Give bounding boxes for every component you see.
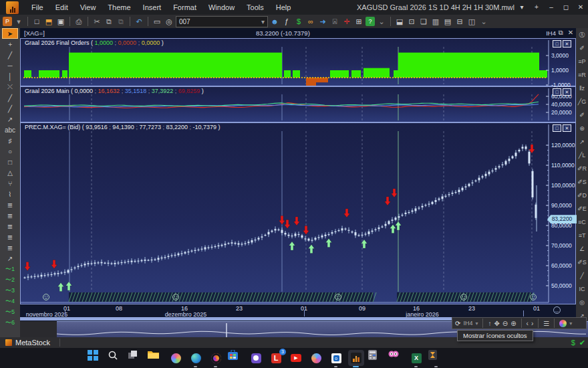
pan-icon[interactable]: ✥ [494, 320, 499, 327]
taskbar-youtube-icon[interactable]: ▶ [288, 350, 304, 366]
taskbar-owl-icon[interactable] [388, 350, 404, 366]
draw-tool-7[interactable]: ╱ [2, 103, 18, 114]
close-button[interactable]: ✕ [573, 0, 588, 15]
paste-icon[interactable]: ⧉ [116, 15, 126, 27]
taskbar-edge-icon[interactable] [188, 350, 204, 366]
panel-price-chart[interactable]: PREC.M.XAG= (Bid) ( 93,9516 ; 94,1390 ; … [20, 122, 576, 304]
panel-graal-main[interactable]: Graal 2026 Main ( 0,0000 ; 16,1632 ; 35,… [20, 86, 576, 122]
taskbar-copilot-icon[interactable] [168, 350, 184, 366]
side-tool-6[interactable]: ✐ [577, 108, 587, 122]
taskbar-hourglass-icon[interactable] [428, 350, 444, 366]
taskbar-start-icon[interactable] [88, 350, 104, 366]
palette-dropdown-icon[interactable]: ▾ [569, 320, 572, 327]
side-tool-8[interactable]: ↗ [577, 135, 587, 149]
menu-window[interactable]: Window [202, 0, 241, 15]
draw-tool-17[interactable]: ≣ [2, 210, 18, 221]
tile-horizontal-icon[interactable]: ▤ [442, 15, 453, 27]
split-icon[interactable]: ⊟ [454, 15, 465, 27]
draw-tool-19[interactable]: ≣ [2, 232, 18, 242]
taskbar-metastock-icon[interactable] [348, 350, 364, 366]
maximize-button[interactable]: ◻ [559, 0, 573, 15]
draw-tool-16[interactable]: ≣ [2, 199, 18, 210]
draw-tool-14[interactable]: ⑂ [2, 178, 18, 189]
side-tool-10[interactable]: ✐R [577, 162, 587, 175]
menu-theme[interactable]: Theme [102, 0, 136, 15]
draw-tool-25[interactable]: 〜4 [2, 296, 18, 306]
draw-tool-23[interactable]: 〜2 [2, 274, 18, 285]
panel-close-icon[interactable]: ✕ [563, 88, 571, 96]
draw-tool-24[interactable]: 〜3 [2, 285, 18, 296]
side-tool-16[interactable]: ∠ [577, 242, 587, 256]
taskbar-taskview-icon[interactable] [128, 350, 144, 366]
indicator-builder-icon[interactable]: ƒ [281, 15, 292, 27]
symbol-dropdown-icon[interactable]: ▾ [261, 18, 265, 25]
cascade-icon[interactable]: ❏ [418, 15, 429, 27]
panel-close-icon[interactable]: ✕ [563, 124, 571, 132]
draw-tool-3[interactable]: ─ [2, 60, 18, 71]
minimize-button[interactable]: – [544, 0, 559, 15]
draw-tool-9[interactable]: abc [2, 124, 18, 135]
taskbar-store-icon[interactable] [228, 350, 244, 366]
powerconsole-icon[interactable]: P [3, 17, 12, 26]
side-tool-11[interactable]: ✐S [577, 175, 587, 189]
side-tool-4[interactable]: ‖z [577, 82, 587, 95]
side-tool-7[interactable]: ⊛ [577, 122, 587, 135]
open-icon[interactable]: ⬒ [43, 15, 54, 27]
refresh-icon[interactable]: ⟳ [455, 320, 460, 327]
menu-insert[interactable]: Insert [137, 0, 168, 15]
side-tool-5[interactable]: ╱G [577, 95, 587, 108]
save-icon[interactable]: ▣ [55, 15, 66, 27]
menu-tools[interactable]: Tools [241, 0, 270, 15]
downloader-icon[interactable]: ⍓ [329, 15, 340, 27]
draw-tool-20[interactable]: ≣ [2, 242, 18, 253]
explorer-icon[interactable]: ☻ [269, 15, 280, 27]
draw-tool-13[interactable]: △ [2, 167, 18, 178]
draw-tool-12[interactable]: □ [2, 157, 18, 167]
taskbar-outlook-icon[interactable]: o [328, 350, 344, 366]
zoom-out-icon[interactable]: ⊖ [502, 320, 508, 327]
undo-icon[interactable]: ↶ [134, 15, 144, 27]
menu-format[interactable]: Format [167, 0, 202, 15]
expert-advisor-icon[interactable]: $ [293, 15, 304, 27]
side-tool-15[interactable]: ≡T [577, 229, 587, 242]
add-window-button[interactable]: + [529, 0, 544, 15]
draw-tool-8[interactable]: ↗ [2, 114, 18, 124]
side-tool-17[interactable]: ✐S [577, 256, 587, 269]
tile-vertical-icon[interactable]: ▥ [430, 15, 441, 27]
taskbar-calculator-icon[interactable] [368, 350, 384, 366]
taskbar-loop-icon[interactable]: L3 [268, 350, 284, 366]
print-icon[interactable]: ⎙ [74, 15, 84, 27]
columns-icon[interactable]: ◫ [466, 15, 477, 27]
side-tool-2[interactable]: ≡P [577, 55, 587, 68]
timeframe-selector[interactable]: IH4 [463, 320, 472, 327]
side-tool-3[interactable]: ≡R [577, 68, 587, 82]
panel-final-orders[interactable]: Graal 2026 Final Orders ( 1,0000 ; 0,000… [20, 38, 576, 86]
scroll-up-icon[interactable]: ↑ [488, 320, 491, 327]
draw-tool-0[interactable]: ➤ [2, 28, 18, 39]
system-tester-icon[interactable]: ✛ [341, 15, 352, 27]
menu-file[interactable]: File [25, 0, 49, 15]
binoculars-icon[interactable]: ∞ [305, 15, 316, 27]
screen-icon[interactable]: ▭ [152, 15, 162, 27]
more-icon[interactable]: ⌄ [376, 15, 387, 27]
side-tool-19[interactable]: IC [577, 282, 587, 296]
list-icon[interactable]: ☰ [543, 320, 549, 327]
panel-close-icon[interactable]: ✕ [563, 40, 571, 48]
side-tool-18[interactable]: ╱ [577, 269, 587, 282]
menu-help[interactable]: Help [270, 0, 297, 15]
symbol-input[interactable]: 007▾ [176, 16, 268, 27]
panel-maximize-icon[interactable]: □ [553, 124, 561, 132]
panel-maximize-icon[interactable]: □ [553, 88, 561, 96]
draw-tool-1[interactable]: ＋ [2, 39, 18, 50]
zoom-in-icon[interactable]: ⊕ [510, 320, 516, 327]
draw-tool-21[interactable]: ↗ [2, 253, 18, 264]
side-tool-14[interactable]: ≡C [577, 215, 587, 229]
draw-tool-27[interactable]: 〜6 [2, 317, 18, 328]
zoom-search-icon[interactable]: ◎ [164, 15, 174, 27]
quotes-icon[interactable]: ⊞ [353, 15, 364, 27]
side-tool-20[interactable]: ◎ [577, 296, 587, 309]
panel-maximize-icon[interactable]: □ [553, 40, 561, 48]
draw-tool-22[interactable]: 〜1 [2, 264, 18, 274]
chart-timeframe-label[interactable]: IH4 [546, 29, 556, 37]
menu-view[interactable]: View [74, 0, 102, 15]
